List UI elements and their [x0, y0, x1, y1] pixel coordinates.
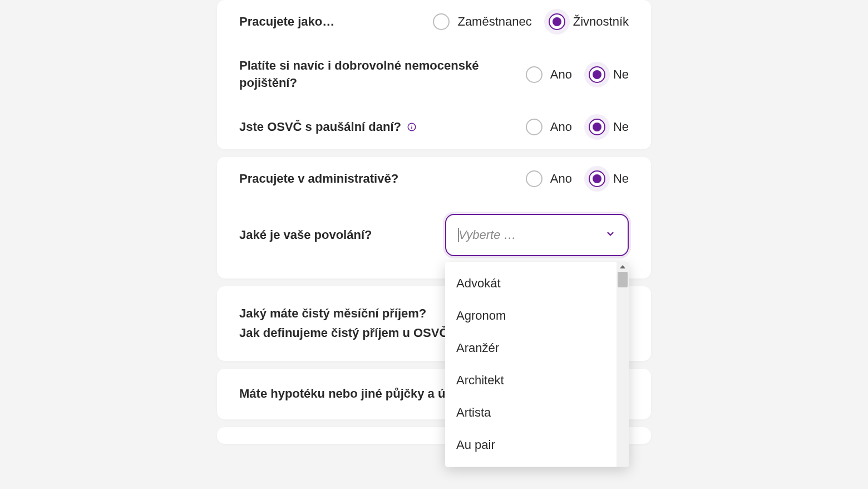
radio-admin-no[interactable]: Ne — [589, 170, 629, 187]
svg-point-2 — [412, 125, 412, 125]
row-sick-insurance: Platíte si navíc i dobrovolné nemocenské… — [239, 44, 629, 105]
question-flat-tax-text: Jste OSVČ s paušální daní? — [239, 120, 401, 134]
row-work-as: Pracujete jako… Zaměstnanec Živnostník — [239, 0, 629, 44]
dropdown-item-advokat[interactable]: Advokát — [445, 267, 617, 300]
radio-employee[interactable]: Zaměstnanec — [433, 13, 531, 30]
radio-circle-selected-icon — [589, 66, 605, 83]
radio-label-freelancer: Živnostník — [573, 14, 629, 29]
radio-sick-no[interactable]: Ne — [589, 66, 629, 83]
chevron-down-icon — [605, 229, 615, 241]
svg-marker-3 — [620, 265, 625, 268]
radio-circle-icon — [526, 119, 542, 135]
options-sick-insurance: Ano Ne — [526, 66, 629, 83]
dropdown-item-agronom[interactable]: Agronom — [445, 300, 617, 332]
radio-label-employee: Zaměstnanec — [457, 14, 531, 29]
income-line-2-text: Jak definujeme čistý příjem u OSVČ? — [239, 326, 456, 340]
scroll-thumb[interactable] — [618, 272, 628, 287]
options-administration: Ano Ne — [526, 170, 629, 187]
radio-label-yes: Ano — [550, 172, 572, 186]
radio-label-no: Ne — [613, 67, 629, 82]
question-profession: Jaké je vaše povolání? — [239, 227, 434, 244]
dropdown-scrollbar[interactable] — [617, 262, 629, 467]
dropdown-list: Advokát Agronom Aranžér Architekt Artist… — [445, 262, 617, 467]
question-sick-insurance: Platíte si navíc i dobrovolné nemocenské… — [239, 57, 515, 92]
radio-circle-selected-icon — [589, 170, 605, 187]
radio-circle-icon — [526, 66, 542, 83]
placeholder-text: Vyberte … — [458, 228, 516, 242]
profession-select-wrap: Vyberte … Advokát Agronom Aranžér Archit… — [445, 214, 629, 256]
radio-flat-yes[interactable]: Ano — [526, 119, 572, 135]
radio-circle-icon — [526, 170, 542, 187]
info-icon[interactable] — [407, 122, 417, 132]
options-flat-tax: Ano Ne — [526, 119, 629, 135]
options-work-as: Zaměstnanec Živnostník — [433, 13, 629, 30]
radio-label-no: Ne — [613, 172, 629, 186]
card-administration: Pracujete v administrativě? Ano Ne Jaké … — [217, 157, 651, 279]
question-work-as: Pracujete jako… — [239, 13, 422, 31]
row-flat-tax: Jste OSVČ s paušální daní? Ano Ne — [239, 105, 629, 149]
scroll-track[interactable] — [617, 272, 629, 467]
dropdown-item-artista[interactable]: Artista — [445, 397, 617, 429]
radio-circle-selected-icon — [549, 13, 565, 30]
radio-admin-yes[interactable]: Ano — [526, 170, 572, 187]
scroll-up-icon[interactable] — [617, 262, 629, 272]
radio-freelancer[interactable]: Živnostník — [549, 13, 629, 30]
radio-circle-icon — [433, 13, 450, 30]
dropdown-item-aupair[interactable]: Au pair — [445, 429, 617, 461]
profession-dropdown: Advokát Agronom Aranžér Architekt Artist… — [445, 262, 629, 467]
radio-label-yes: Ano — [550, 120, 572, 134]
row-administration: Pracujete v administrativě? Ano Ne — [239, 157, 629, 201]
radio-circle-selected-icon — [589, 119, 605, 135]
row-profession: Jaké je vaše povolání? Vyberte … Advokát… — [239, 201, 629, 278]
question-flat-tax: Jste OSVČ s paušální daní? — [239, 119, 515, 136]
question-administration: Pracujete v administrativě? — [239, 170, 515, 188]
dropdown-item-aranzer[interactable]: Aranžér — [445, 332, 617, 364]
radio-flat-no[interactable]: Ne — [589, 119, 629, 135]
dropdown-item-architekt[interactable]: Architekt — [445, 364, 617, 397]
profession-select[interactable]: Vyberte … — [445, 214, 629, 256]
card-employment: Pracujete jako… Zaměstnanec Živnostník P… — [217, 0, 651, 149]
radio-label-no: Ne — [613, 120, 629, 134]
radio-label-yes: Ano — [550, 67, 572, 82]
profession-placeholder: Vyberte … — [458, 228, 605, 242]
radio-sick-yes[interactable]: Ano — [526, 66, 572, 83]
text-cursor-icon — [458, 228, 459, 242]
